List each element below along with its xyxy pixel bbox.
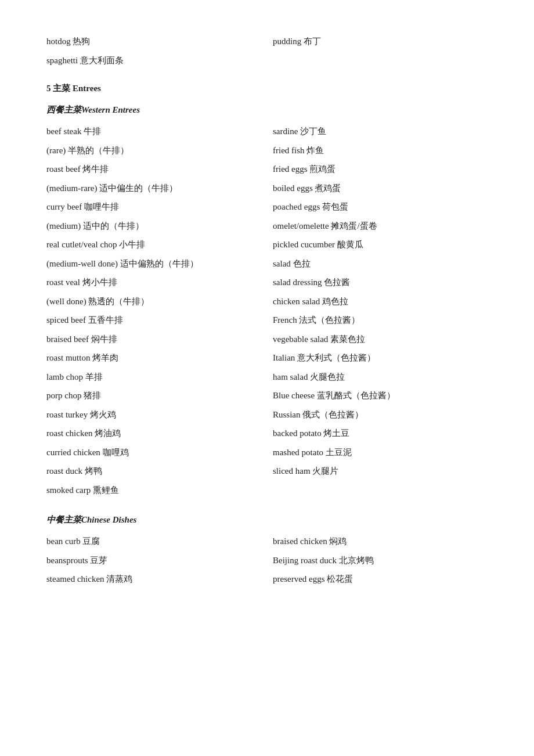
western-col2-item-8: salad dressing 色拉酱 [273, 276, 488, 289]
western-col2-item-9: chicken salad 鸡色拉 [273, 295, 488, 308]
western-entries: beef steak 牛排(rare) 半熟的（牛排）roast beef 烤牛… [46, 125, 488, 502]
section5-header: 5 主菜 Entrees [46, 83, 488, 94]
western-col1-item-7: (medium-well done) 适中偏熟的（牛排） [46, 257, 261, 271]
western-col1-item-5: (medium) 适中的（牛排） [46, 219, 261, 233]
top-col1: hotdog 热狗 spaghetti 意大利面条 [46, 35, 261, 73]
western-col2-item-6: pickled cucumber 酸黄瓜 [273, 238, 488, 251]
western-col1-item-0: beef steak 牛排 [46, 125, 261, 138]
top-col1-item-1: spaghetti 意大利面条 [46, 54, 261, 67]
western-col1-item-10: spiced beef 五香牛排 [46, 314, 261, 327]
western-col2-item-2: fried eggs 煎鸡蛋 [273, 163, 488, 176]
western-col2-item-14: Blue cheese 蓝乳酪式（色拉酱） [273, 389, 488, 402]
western-col2-item-5: omelet/omelette 摊鸡蛋/蛋卷 [273, 219, 488, 233]
western-col2-item-1: fried fish 炸鱼 [273, 144, 488, 157]
western-col2-item-11: vegebable salad 素菜色拉 [273, 333, 488, 346]
chinese-col1-item-2: steamed chicken 清蒸鸡 [46, 573, 261, 586]
western-col1-item-16: roast chicken 烤油鸡 [46, 427, 261, 440]
western-col2-item-13: ham salad 火腿色拉 [273, 370, 488, 384]
chinese-col1-item-1: beansprouts 豆芽 [46, 554, 261, 567]
western-col1-item-19: smoked carp 熏鲤鱼 [46, 484, 261, 497]
western-col2-item-18: sliced ham 火腿片 [273, 465, 488, 478]
chinese-col2-item-0: braised chicken 焖鸡 [273, 535, 488, 548]
top-entries: hotdog 热狗 spaghetti 意大利面条 pudding 布丁 [46, 35, 488, 73]
western-col1-item-15: roast turkey 烤火鸡 [46, 408, 261, 422]
chinese-col2-item-2: preserved eggs 松花蛋 [273, 573, 488, 586]
top-col2-item-0: pudding 布丁 [273, 35, 488, 48]
western-col2-item-0: sardine 沙丁鱼 [273, 125, 488, 138]
western-col2-item-10: French 法式（色拉酱） [273, 314, 488, 327]
chinese-col1-item-0: bean curb 豆腐 [46, 535, 261, 548]
chinese-col2-item-1: Beijing roast duck 北京烤鸭 [273, 554, 488, 567]
western-col2-item-17: mashed potato 土豆泥 [273, 446, 488, 459]
western-col1-item-6: real cutlet/veal chop 小牛排 [46, 238, 261, 251]
western-col2-item-15: Russian 俄式（色拉酱） [273, 408, 488, 422]
western-col2-item-12: Italian 意大利式（色拉酱） [273, 351, 488, 365]
western-col1-item-4: curry beef 咖哩牛排 [46, 200, 261, 214]
chinese-col1: bean curb 豆腐beansprouts 豆芽steamed chicke… [46, 535, 261, 592]
western-col1: beef steak 牛排(rare) 半熟的（牛排）roast beef 烤牛… [46, 125, 261, 502]
western-col1-item-14: porp chop 猪排 [46, 389, 261, 402]
western-col1-item-12: roast mutton 烤羊肉 [46, 351, 261, 365]
western-header: 西餐主菜Western Entrees [46, 105, 488, 116]
western-col1-item-13: lamb chop 羊排 [46, 370, 261, 384]
western-col2-item-16: backed potato 烤土豆 [273, 427, 488, 440]
western-col2-item-4: poached eggs 荷包蛋 [273, 200, 488, 214]
top-col1-item-0: hotdog 热狗 [46, 35, 261, 48]
chinese-entries: bean curb 豆腐beansprouts 豆芽steamed chicke… [46, 535, 488, 592]
western-col1-item-3: (medium-rare) 适中偏生的（牛排） [46, 182, 261, 195]
western-col2-item-3: boiled eggs 煮鸡蛋 [273, 182, 488, 195]
western-col2: sardine 沙丁鱼fried fish 炸鱼fried eggs 煎鸡蛋bo… [273, 125, 488, 502]
top-col2: pudding 布丁 [273, 35, 488, 73]
western-col1-item-8: roast veal 烤小牛排 [46, 276, 261, 289]
chinese-header: 中餐主菜Chinese Dishes [46, 514, 488, 525]
western-col1-item-17: curried chicken 咖哩鸡 [46, 446, 261, 459]
western-col1-item-18: roast duck 烤鸭 [46, 465, 261, 478]
western-col1-item-2: roast beef 烤牛排 [46, 163, 261, 176]
western-col1-item-1: (rare) 半熟的（牛排） [46, 144, 261, 157]
western-col1-item-11: braised beef 焖牛排 [46, 333, 261, 346]
western-col1-item-9: (well done) 熟透的（牛排） [46, 295, 261, 308]
chinese-col2: braised chicken 焖鸡Beijing roast duck 北京烤… [273, 535, 488, 592]
western-col2-item-7: salad 色拉 [273, 257, 488, 271]
